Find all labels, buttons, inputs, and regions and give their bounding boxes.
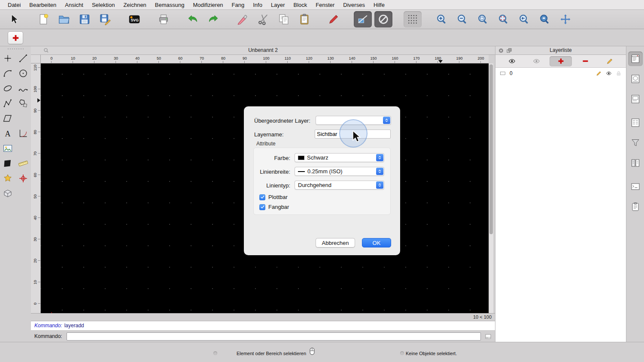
copy-icon bbox=[278, 13, 290, 25]
ruler-tick: 40 bbox=[32, 214, 38, 222]
grid-toggle-button[interactable] bbox=[404, 11, 422, 27]
menu-fang[interactable]: Fang bbox=[228, 2, 249, 8]
command-line-panel-button[interactable] bbox=[628, 179, 643, 194]
menu-layer[interactable]: Layer bbox=[267, 2, 289, 8]
block-list-panel-button[interactable] bbox=[628, 72, 643, 86]
svg-export-button[interactable]: SVG bbox=[125, 11, 143, 27]
scrollbar-thumb[interactable] bbox=[489, 64, 493, 234]
layer-panel-header: Layerliste bbox=[495, 46, 626, 55]
measure-tool-button[interactable] bbox=[16, 157, 30, 170]
shape-tool-button[interactable] bbox=[1, 112, 15, 125]
add-layer-button[interactable] bbox=[550, 56, 572, 66]
dimension-tool-button[interactable] bbox=[16, 127, 30, 140]
ruler-tick: 60 bbox=[32, 171, 38, 179]
snappable-checkbox[interactable]: Fangbar bbox=[259, 204, 289, 210]
ellipse-tool-button[interactable] bbox=[1, 81, 15, 95]
zoom-out-button[interactable] bbox=[453, 11, 471, 27]
image-tool-button[interactable] bbox=[1, 142, 15, 155]
menu-modifizieren[interactable]: Modifizieren bbox=[189, 2, 228, 8]
menu-diverses[interactable]: Diverses bbox=[339, 2, 369, 8]
draw-pen-button[interactable] bbox=[325, 11, 343, 27]
menu-bearbeiten[interactable]: Bearbeiten bbox=[25, 2, 61, 8]
print-preview-button[interactable] bbox=[155, 11, 173, 27]
redo-button[interactable] bbox=[204, 11, 222, 27]
float-panel-button[interactable] bbox=[506, 48, 512, 54]
copy-button[interactable] bbox=[275, 11, 293, 27]
property-editor-panel-button[interactable] bbox=[628, 115, 643, 130]
circle-tool-button[interactable] bbox=[16, 66, 30, 80]
save-as-button[interactable] bbox=[96, 11, 114, 27]
vertical-scrollbar[interactable] bbox=[489, 63, 493, 313]
open-file-button[interactable] bbox=[55, 11, 73, 27]
lineweight-select[interactable]: 0.25mm (ISO) bbox=[295, 167, 384, 176]
polyline-tool-button[interactable] bbox=[1, 97, 15, 110]
palette-drag-handle[interactable] bbox=[0, 46, 31, 51]
auto-zoom-button[interactable] bbox=[474, 11, 492, 27]
library-browser-panel-button[interactable] bbox=[628, 156, 643, 170]
hide-all-layers-button[interactable] bbox=[525, 56, 547, 66]
toolbar-group bbox=[433, 11, 577, 27]
plottable-checkbox[interactable]: Plottbar bbox=[259, 194, 288, 200]
ruler-tick: 110 bbox=[32, 63, 38, 72]
paste-button[interactable] bbox=[295, 11, 313, 27]
menu-ansicht[interactable]: Ansicht bbox=[61, 2, 88, 8]
command-input[interactable] bbox=[67, 332, 481, 341]
remove-layer-button[interactable] bbox=[574, 56, 596, 66]
view-list-panel-button[interactable] bbox=[628, 92, 643, 106]
block-tool-button[interactable] bbox=[1, 187, 15, 200]
layer-row[interactable]: 0 bbox=[495, 69, 626, 78]
menu-bemassung[interactable]: Bemassung bbox=[151, 2, 189, 8]
spline-icon bbox=[18, 83, 28, 94]
hatch-tool-button[interactable] bbox=[1, 157, 15, 170]
cancel-button[interactable]: Abbrechen bbox=[316, 238, 355, 247]
restrict-orthogonal-button[interactable] bbox=[354, 11, 372, 27]
line-tool-button[interactable] bbox=[16, 51, 30, 65]
save-file-button[interactable] bbox=[76, 11, 94, 27]
menu-selektion[interactable]: Selektion bbox=[88, 2, 119, 8]
zoom-selection-button[interactable] bbox=[495, 11, 513, 27]
pan-button[interactable] bbox=[556, 11, 574, 27]
toolbar-group: SVG bbox=[125, 11, 146, 27]
polygon-tool-button[interactable] bbox=[16, 97, 30, 110]
library-tool-button[interactable] bbox=[1, 172, 15, 185]
point-tool-button[interactable] bbox=[1, 51, 15, 65]
zoom-in-button[interactable] bbox=[433, 11, 451, 27]
menu-info[interactable]: Info bbox=[249, 2, 267, 8]
menu-fenster[interactable]: Fenster bbox=[311, 2, 339, 8]
lock-icon[interactable] bbox=[616, 70, 622, 76]
new-file-button[interactable] bbox=[34, 11, 52, 27]
layer-name: 0 bbox=[510, 70, 596, 76]
close-panel-button[interactable] bbox=[498, 48, 504, 54]
arc-tool-button[interactable] bbox=[1, 66, 15, 80]
history-toggle-button[interactable] bbox=[483, 332, 493, 340]
eye-icon[interactable] bbox=[606, 70, 612, 76]
cut-button[interactable] bbox=[254, 11, 272, 27]
toolbar-group bbox=[404, 11, 424, 27]
selection-pointer-button[interactable] bbox=[5, 11, 23, 27]
clipboard-panel-button[interactable] bbox=[628, 199, 643, 214]
checkbox-check-icon bbox=[259, 194, 265, 200]
delete-button[interactable] bbox=[234, 11, 252, 27]
menu-datei[interactable]: Datei bbox=[3, 2, 25, 8]
spline-tool-button[interactable] bbox=[16, 81, 30, 95]
show-all-layers-button[interactable] bbox=[501, 56, 523, 66]
layer-list-panel-button[interactable] bbox=[628, 51, 643, 66]
edit-layer-button[interactable] bbox=[598, 56, 621, 66]
add-item-button[interactable] bbox=[8, 31, 23, 44]
zoom-out-icon bbox=[456, 13, 468, 25]
menu-hilfe[interactable]: Hilfe bbox=[369, 2, 389, 8]
pencil-icon[interactable] bbox=[596, 70, 602, 76]
undo-button[interactable] bbox=[184, 11, 202, 27]
menu-zeichnen[interactable]: Zeichnen bbox=[119, 2, 150, 8]
color-select[interactable]: Schwarz bbox=[295, 153, 384, 162]
selection-filter-panel-button[interactable] bbox=[628, 136, 643, 150]
linetype-select[interactable]: Durchgehend bbox=[295, 181, 384, 190]
menu-block[interactable]: Block bbox=[289, 2, 311, 8]
color-value: Schwarz bbox=[307, 154, 328, 161]
text-tool-button[interactable]: A bbox=[1, 127, 15, 140]
zoom-window-button[interactable] bbox=[536, 11, 554, 27]
restrict-off-button[interactable] bbox=[374, 11, 392, 27]
snap-tool-button[interactable] bbox=[16, 172, 30, 185]
ok-button[interactable]: OK bbox=[362, 238, 391, 247]
previous-view-button[interactable] bbox=[515, 11, 533, 27]
